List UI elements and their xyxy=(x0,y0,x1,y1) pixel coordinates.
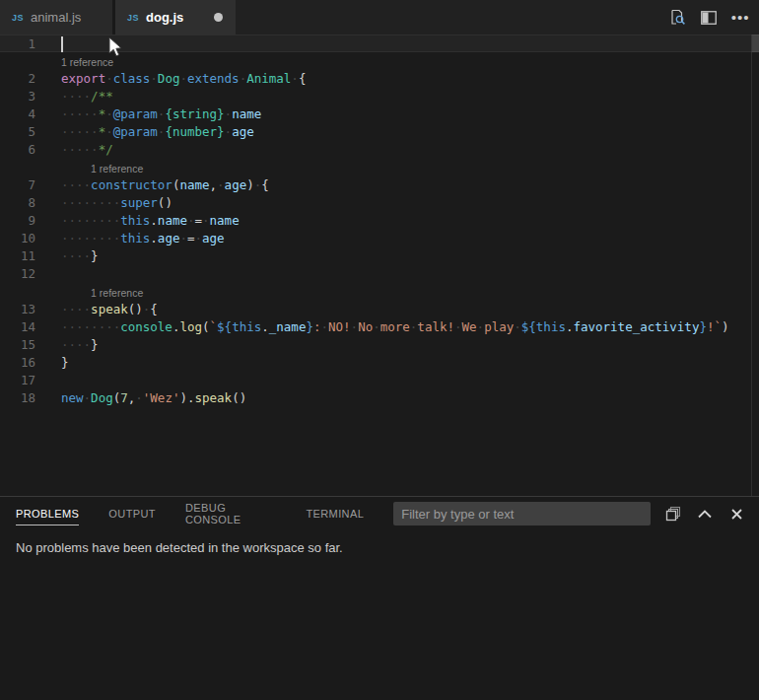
panel-actions xyxy=(651,503,759,525)
code-line[interactable]: 8········super() xyxy=(0,194,759,212)
code-line-text: ·····*·@param·{number}·age xyxy=(35,123,254,141)
code-line[interactable]: 14········console.log(`${this._name}:·NO… xyxy=(0,318,759,336)
code-line-text xyxy=(35,265,61,283)
code-line[interactable]: 1 xyxy=(0,35,759,52)
line-number[interactable]: 17 xyxy=(0,372,35,389)
problems-filter-input[interactable] xyxy=(393,502,651,525)
codelens-row: 1 reference xyxy=(0,283,759,301)
panel-tab-problems[interactable]: PROBLEMS xyxy=(16,497,79,530)
code-line-text: ····constructor(name,·age)·{ xyxy=(35,176,269,194)
code-line-text: } xyxy=(35,354,69,372)
code-line[interactable]: 12 xyxy=(0,265,759,283)
codelens-row: 1 reference xyxy=(0,159,759,176)
code-line-text: ·····*·@param·{string}·name xyxy=(35,105,261,123)
line-number[interactable]: 8 xyxy=(0,194,35,212)
code-line-text: new·Dog(7,·'Wez').speak() xyxy=(35,389,246,407)
text-caret xyxy=(61,36,63,52)
code-lines: 11 reference2export·class·Dog·extends·An… xyxy=(0,35,759,407)
code-line-text: ·····*/ xyxy=(35,141,113,159)
line-number[interactable]: 4 xyxy=(0,105,35,123)
code-line[interactable]: 15····} xyxy=(0,336,759,354)
line-number[interactable]: 18 xyxy=(0,389,35,407)
javascript-file-icon: JS xyxy=(12,13,24,23)
maximize-panel-chevron-up-icon[interactable] xyxy=(694,503,716,525)
code-line[interactable]: 4·····*·@param·{string}·name xyxy=(0,105,759,123)
code-line-text: ········this.name·=·name xyxy=(35,212,240,230)
split-editor-icon[interactable] xyxy=(700,9,718,27)
line-number[interactable]: 10 xyxy=(0,230,35,247)
code-line[interactable]: 18new·Dog(7,·'Wez').speak() xyxy=(0,389,759,407)
line-number[interactable]: 3 xyxy=(0,88,35,105)
code-line[interactable]: 9········this.name·=·name xyxy=(0,212,759,230)
code-line-text: ········super() xyxy=(35,194,172,212)
code-line[interactable]: 11····} xyxy=(0,247,759,265)
code-line-text: ········this.age·=·age xyxy=(35,230,225,247)
line-number[interactable]: 13 xyxy=(0,301,35,318)
panel-tab-output[interactable]: OUTPUT xyxy=(108,497,156,530)
stacked-panels-icon[interactable] xyxy=(662,503,684,525)
editor-scrollbar[interactable] xyxy=(751,35,759,496)
tab-animal-js[interactable]: JS animal.js xyxy=(0,0,115,35)
line-number[interactable]: 6 xyxy=(0,141,35,159)
bottom-panel: PROBLEMS OUTPUT DEBUG CONSOLE TERMINAL xyxy=(0,496,759,700)
editor-actions: ••• xyxy=(668,0,759,35)
codelens-reference-link[interactable]: 1 reference xyxy=(0,283,143,303)
editor-tab-bar: JS animal.js JS dog.js xyxy=(0,0,759,35)
code-line[interactable]: 13····speak()·{ xyxy=(0,301,759,318)
line-number[interactable]: 1 xyxy=(0,35,35,51)
close-panel-icon[interactable] xyxy=(725,503,747,525)
code-line[interactable]: 3····/** xyxy=(0,88,759,105)
codelens-row: 1 reference xyxy=(0,52,759,70)
code-line[interactable]: 16} xyxy=(0,354,759,372)
more-actions-icon[interactable]: ••• xyxy=(731,9,749,27)
line-number[interactable]: 15 xyxy=(0,336,35,354)
search-editor-icon[interactable] xyxy=(668,9,686,27)
code-line[interactable]: 10········this.age·=·age xyxy=(0,230,759,247)
vscode-window: JS animal.js JS dog.js xyxy=(0,0,759,700)
code-editor[interactable]: 11 reference2export·class·Dog·extends·An… xyxy=(0,35,759,496)
tab-dog-js[interactable]: JS dog.js xyxy=(115,0,236,35)
panel-header: PROBLEMS OUTPUT DEBUG CONSOLE TERMINAL xyxy=(0,497,759,530)
line-number[interactable]: 9 xyxy=(0,212,35,230)
codelens-reference-link[interactable]: 1 reference xyxy=(0,159,143,178)
code-line-text: ····/** xyxy=(35,88,113,105)
line-number[interactable]: 14 xyxy=(0,318,35,336)
tab-label: dog.js xyxy=(146,10,183,25)
line-number[interactable]: 12 xyxy=(0,265,35,283)
line-number[interactable]: 16 xyxy=(0,354,35,372)
code-line-text xyxy=(35,35,61,51)
code-line-text: ········console.log(`${this._name}:·NO!·… xyxy=(35,318,729,336)
panel-tab-terminal[interactable]: TERMINAL xyxy=(306,497,364,530)
panel-tab-debug-console[interactable]: DEBUG CONSOLE xyxy=(185,497,276,530)
code-line-text: export·class·Dog·extends·Animal·{ xyxy=(35,70,306,88)
code-line[interactable]: 7····constructor(name,·age)·{ xyxy=(0,176,759,194)
line-number[interactable]: 7 xyxy=(0,176,35,194)
javascript-file-icon: JS xyxy=(127,13,139,23)
scroll-thumb[interactable] xyxy=(752,35,759,52)
code-line[interactable]: 5·····*·@param·{number}·age xyxy=(0,123,759,141)
code-line-text: ····speak()·{ xyxy=(35,301,158,318)
code-line-text: ····} xyxy=(35,247,99,265)
code-line[interactable]: 6·····*/ xyxy=(0,141,759,159)
line-number[interactable]: 2 xyxy=(0,70,35,88)
problems-panel-body: No problems have been detected in the wo… xyxy=(0,530,759,564)
codelens-reference-link[interactable]: 1 reference xyxy=(0,52,113,72)
line-number[interactable]: 11 xyxy=(0,247,35,265)
no-problems-message: No problems have been detected in the wo… xyxy=(16,540,343,555)
code-line-text: ····} xyxy=(35,336,99,354)
line-number[interactable]: 5 xyxy=(0,123,35,141)
unsaved-changes-dot-icon[interactable] xyxy=(214,13,223,22)
tab-label: animal.js xyxy=(31,10,81,25)
code-line-text xyxy=(35,372,61,389)
code-line[interactable]: 2export·class·Dog·extends·Animal·{ xyxy=(0,70,759,88)
code-line[interactable]: 17 xyxy=(0,372,759,389)
